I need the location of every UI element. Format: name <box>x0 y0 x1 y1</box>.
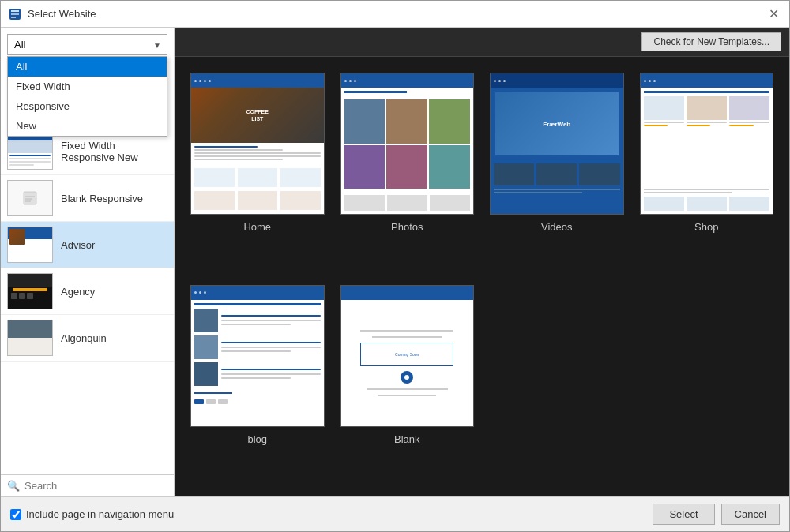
grid-thumb-blog <box>190 285 325 427</box>
option-responsive[interactable]: Responsive <box>8 96 167 116</box>
template-thumbnail <box>7 273 53 309</box>
title-bar-left: Select Website <box>9 8 96 21</box>
blank-thumb <box>8 181 52 215</box>
svg-rect-2 <box>11 13 19 15</box>
grid-item[interactable]: Photos <box>340 73 475 269</box>
list-item[interactable]: Agency <box>1 268 174 315</box>
sidebar: All Fixed Width Responsive New ▼ All Fix… <box>1 28 175 496</box>
grid-thumb-videos: FrærWeb <box>490 73 624 215</box>
search-bar: 🔍 <box>1 474 174 496</box>
grid-thumb-photos <box>340 73 475 215</box>
template-thumbnail <box>7 133 53 170</box>
dropdown-open-overlay: All Fixed Width Responsive New <box>7 56 167 137</box>
checkbox-container: Include page in navigation menu <box>10 508 174 520</box>
filter-select[interactable]: All Fixed Width Responsive New <box>7 34 167 55</box>
template-name: Algonquin <box>61 332 167 344</box>
bottom-bar: Include page in navigation menu Select C… <box>1 496 789 531</box>
templates-grid: COFFEELIST <box>175 57 789 496</box>
template-thumbnail <box>7 320 53 356</box>
template-name: Advisor <box>61 239 167 251</box>
cancel-button[interactable]: Cancel <box>721 504 780 525</box>
list-item[interactable]: Advisor <box>1 222 174 268</box>
grid-thumb-shop <box>640 73 774 215</box>
grid-item-label: Blank <box>394 433 420 445</box>
template-thumbnail <box>7 227 53 263</box>
grid-thumb-blank: Coming Soon <box>340 285 475 427</box>
template-list[interactable]: Fixed Width Responsive New <box>1 126 174 474</box>
grid-item[interactable]: blog <box>190 285 325 481</box>
search-input[interactable] <box>24 480 167 492</box>
template-name: Blank Responsive <box>61 193 167 204</box>
select-button[interactable]: Select <box>653 504 714 525</box>
checkbox-label: Include page in navigation menu <box>26 508 174 520</box>
advisor-thumb <box>8 227 52 262</box>
agency-thumb <box>8 274 52 309</box>
content-area: All Fixed Width Responsive New ▼ All Fix… <box>1 28 789 496</box>
svg-rect-4 <box>24 192 36 204</box>
grid-item-label: Shop <box>694 221 718 233</box>
grid-item-label: Videos <box>541 221 573 233</box>
option-new[interactable]: New <box>8 116 167 136</box>
search-icon: 🔍 <box>7 480 20 492</box>
select-website-dialog: Select Website ✕ All Fixed Width Respons… <box>0 0 790 532</box>
grid-item-label: Home <box>243 221 271 233</box>
grid-item[interactable]: COFFEELIST <box>190 73 325 269</box>
list-item[interactable]: Blank Responsive <box>1 175 174 222</box>
template-name: Fixed Width Responsive New <box>61 140 167 163</box>
top-bar: Check for New Templates... <box>175 28 789 57</box>
main-area: Check for New Templates... <box>175 28 789 496</box>
window-icon <box>9 8 21 21</box>
grid-thumb-home: COFFEELIST <box>190 73 325 215</box>
grid-item[interactable]: Coming Soon <box>340 285 475 481</box>
option-fixed-width[interactable]: Fixed Width <box>8 77 167 96</box>
dialog-title: Select Website <box>28 8 96 20</box>
grid-item-label: Photos <box>391 221 423 233</box>
close-button[interactable]: ✕ <box>766 6 781 22</box>
list-item[interactable]: Algonquin <box>1 315 174 362</box>
check-templates-button[interactable]: Check for New Templates... <box>641 32 781 51</box>
algonquin-thumb <box>8 320 52 355</box>
title-bar: Select Website ✕ <box>1 1 789 28</box>
svg-rect-3 <box>11 17 16 18</box>
grid-item[interactable]: FrærWeb <box>490 73 624 269</box>
option-all[interactable]: All <box>8 57 167 77</box>
grid-item[interactable]: Shop <box>640 73 774 269</box>
bottom-buttons: Select Cancel <box>653 504 780 525</box>
template-name: Agency <box>61 286 167 298</box>
nav-checkbox[interactable] <box>10 509 21 520</box>
svg-rect-1 <box>11 10 19 12</box>
grid-item-label: blog <box>247 433 267 445</box>
template-thumbnail <box>7 180 53 216</box>
